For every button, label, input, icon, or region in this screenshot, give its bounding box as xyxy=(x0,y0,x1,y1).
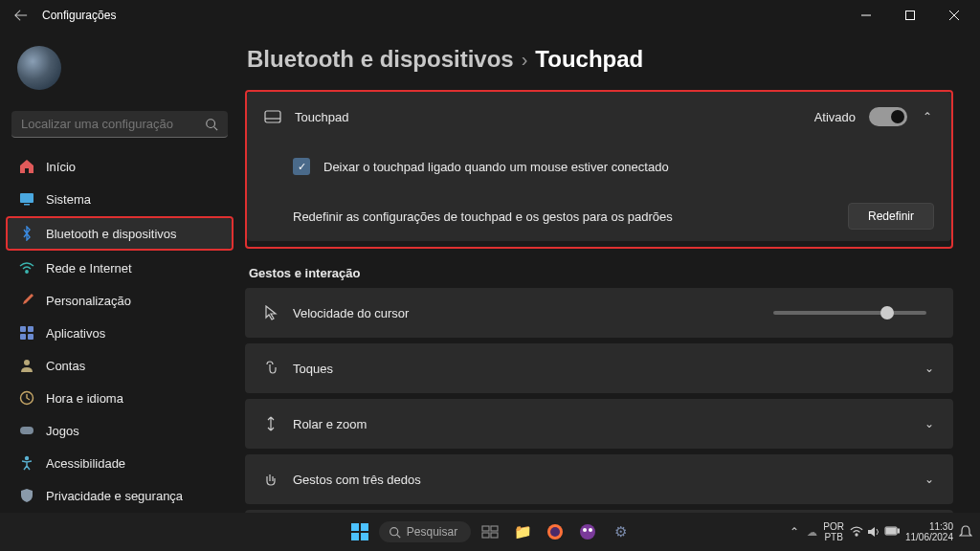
svg-rect-6 xyxy=(20,193,33,203)
close-button[interactable] xyxy=(932,0,976,31)
wifi-tray-icon[interactable] xyxy=(850,526,863,538)
settings-taskbar-icon[interactable]: ⚙ xyxy=(607,518,634,545)
toggle-state-text: Ativado xyxy=(814,110,856,124)
breadcrumb-parent[interactable]: Bluetooth e dispositivos xyxy=(247,46,514,73)
svg-rect-37 xyxy=(886,528,896,534)
taps-row[interactable]: Toques ⌄ xyxy=(245,343,953,393)
svg-line-5 xyxy=(214,126,218,130)
svg-rect-22 xyxy=(361,533,368,540)
sidebar-item-privacy[interactable]: Privacidade e segurança xyxy=(8,480,232,511)
sidebar-item-label: Bluetooth e dispositivos xyxy=(46,227,177,241)
sidebar-item-label: Início xyxy=(46,160,76,174)
touchpad-toggle[interactable] xyxy=(869,107,907,126)
chevron-down-icon[interactable]: ⌄ xyxy=(923,473,936,486)
home-icon xyxy=(19,159,34,174)
chevron-down-icon[interactable]: ⌄ xyxy=(923,362,936,375)
svg-rect-26 xyxy=(491,526,498,531)
svg-rect-21 xyxy=(351,533,359,540)
svg-point-4 xyxy=(207,119,215,127)
volume-tray-icon[interactable] xyxy=(867,526,880,538)
content: Bluetooth e dispositivos › Touchpad Touc… xyxy=(239,31,980,513)
sidebar-item-accessibility[interactable]: Acessibilidade xyxy=(8,448,232,478)
svg-rect-27 xyxy=(482,533,489,538)
gestures-title: Gestos e interação xyxy=(249,266,953,280)
tray-expand-icon[interactable]: ⌃ xyxy=(788,525,801,539)
svg-rect-1 xyxy=(906,11,915,20)
explorer-icon[interactable]: 📁 xyxy=(509,518,536,545)
taskbar: Pesquisar 📁 ⚙ ⌃ ☁ PORPTB xyxy=(0,513,980,551)
svg-point-33 xyxy=(589,528,592,532)
slider-thumb[interactable] xyxy=(880,306,894,320)
svg-rect-19 xyxy=(351,523,359,531)
person-icon xyxy=(19,358,34,373)
sidebar-item-accounts[interactable]: Contas xyxy=(8,350,232,381)
scroll-zoom-row[interactable]: Rolar e zoom ⌄ xyxy=(245,399,953,449)
back-button[interactable] xyxy=(11,6,31,25)
system-icon xyxy=(19,191,34,207)
svg-rect-25 xyxy=(482,526,489,531)
sidebar-item-network[interactable]: Rede e Internet xyxy=(8,253,232,283)
three-finger-icon xyxy=(262,471,279,488)
reset-row: Redefinir as configurações de touchpad e… xyxy=(247,191,951,241)
svg-rect-17 xyxy=(265,111,280,122)
sidebar-item-apps[interactable]: Aplicativos xyxy=(8,318,232,348)
svg-rect-36 xyxy=(898,529,900,533)
maximize-button[interactable] xyxy=(888,0,932,31)
taskbar-search[interactable]: Pesquisar xyxy=(379,521,471,542)
sidebar-item-time[interactable]: Hora e idioma xyxy=(8,383,232,413)
sidebar-item-label: Jogos xyxy=(46,424,79,438)
sidebar-item-system[interactable]: Sistema xyxy=(8,184,232,214)
bluetooth-icon xyxy=(19,226,34,241)
reset-button[interactable]: Redefinir xyxy=(848,203,934,230)
svg-rect-15 xyxy=(20,427,33,434)
battery-tray-icon[interactable] xyxy=(884,526,900,538)
touchpad-icon xyxy=(264,108,281,125)
svg-line-24 xyxy=(397,534,400,537)
sidebar: Início Sistema Bluetooth e dispositivos … xyxy=(0,31,239,513)
tap-icon xyxy=(262,360,279,377)
sidebar-item-home[interactable]: Início xyxy=(8,151,232,182)
sidebar-item-label: Contas xyxy=(46,359,85,373)
task-view-icon[interactable] xyxy=(477,518,503,545)
start-button[interactable] xyxy=(346,518,373,545)
onedrive-icon[interactable]: ☁ xyxy=(807,526,817,539)
sidebar-item-gaming[interactable]: Jogos xyxy=(8,415,232,446)
taskbar-search-label: Pesquisar xyxy=(407,525,457,539)
sidebar-item-bluetooth[interactable]: Bluetooth e dispositivos xyxy=(8,218,232,249)
svg-point-8 xyxy=(26,271,28,273)
touchpad-toggle-row[interactable]: Touchpad Ativado ⌃ xyxy=(247,92,951,142)
firefox-icon[interactable] xyxy=(542,518,568,545)
sidebar-item-label: Sistema xyxy=(46,192,91,207)
svg-point-30 xyxy=(550,527,560,537)
search-box[interactable] xyxy=(11,111,228,138)
minimize-button[interactable] xyxy=(844,0,888,31)
chevron-up-icon[interactable]: ⌃ xyxy=(921,110,934,123)
user-avatar-row[interactable] xyxy=(8,38,232,98)
breadcrumb-current: Touchpad xyxy=(535,46,643,73)
app-icon[interactable] xyxy=(574,518,601,545)
search-icon xyxy=(205,118,218,131)
sidebar-item-personalization[interactable]: Personalização xyxy=(8,285,232,316)
keep-touchpad-checkbox[interactable]: ✓ xyxy=(293,158,310,175)
svg-point-16 xyxy=(26,457,29,460)
taps-label: Toques xyxy=(293,362,909,376)
accessibility-icon xyxy=(19,455,34,471)
sidebar-item-label: Hora e idioma xyxy=(46,391,123,406)
search-input[interactable] xyxy=(21,117,205,131)
breadcrumb: Bluetooth e dispositivos › Touchpad xyxy=(245,46,953,73)
apps-icon xyxy=(19,325,34,341)
svg-rect-9 xyxy=(20,326,26,332)
chevron-down-icon[interactable]: ⌄ xyxy=(923,417,936,430)
clock-tray[interactable]: 11:3011/06/2024 xyxy=(905,521,953,542)
keep-touchpad-row[interactable]: ✓ Deixar o touchpad ligado quando um mou… xyxy=(247,142,951,191)
svg-rect-11 xyxy=(20,334,26,340)
app-title: Configurações xyxy=(42,9,116,22)
shield-icon xyxy=(19,488,34,503)
three-finger-row[interactable]: Gestos com três dedos ⌄ xyxy=(245,454,953,504)
clock-icon xyxy=(19,390,34,406)
three-finger-label: Gestos com três dedos xyxy=(293,473,909,487)
svg-rect-10 xyxy=(28,326,33,332)
notifications-icon[interactable] xyxy=(959,525,972,539)
cursor-speed-slider[interactable] xyxy=(773,311,926,315)
language-indicator[interactable]: PORPTB xyxy=(823,521,844,542)
